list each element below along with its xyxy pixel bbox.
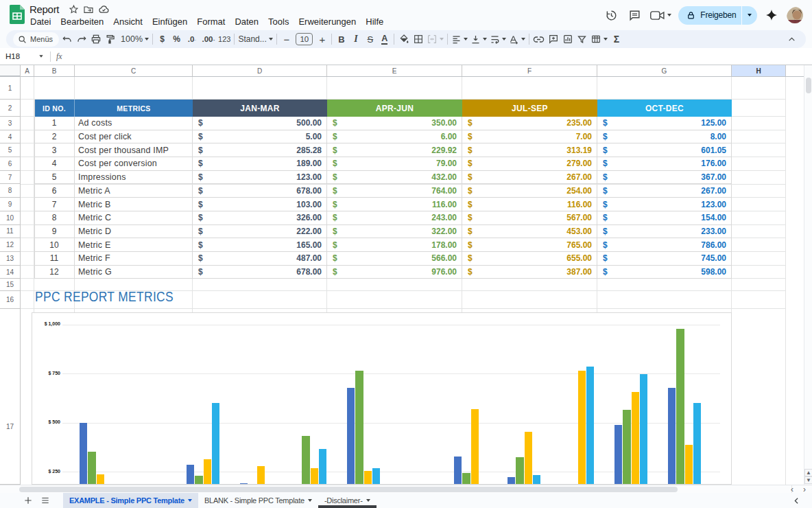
cell-value[interactable]: $79.00 bbox=[327, 157, 462, 171]
cell-value[interactable]: $5.00 bbox=[193, 130, 327, 144]
cell-value[interactable]: $267.00 bbox=[462, 171, 597, 185]
cell-value[interactable]: $567.00 bbox=[462, 211, 597, 225]
row-header-10[interactable]: 10 bbox=[0, 211, 20, 225]
table-header-oct-dec[interactable]: OCT-DEC bbox=[597, 100, 732, 117]
cell-value[interactable]: $154.00 bbox=[597, 211, 732, 225]
cell-value[interactable]: $976.00 bbox=[327, 266, 462, 279]
decrease-font-size-button[interactable]: − bbox=[280, 31, 293, 47]
format-currency-button[interactable]: $ bbox=[156, 31, 169, 47]
scroll-up-button[interactable]: ▲ bbox=[804, 469, 812, 476]
cell-value[interactable]: $453.00 bbox=[462, 225, 597, 239]
collapse-panel-icon[interactable] bbox=[790, 494, 802, 507]
merge-cells-button[interactable] bbox=[426, 31, 444, 47]
insert-chart-button[interactable] bbox=[561, 31, 574, 47]
row-header-7[interactable]: 7 bbox=[0, 171, 20, 185]
sheet-tab-example-simple-ppc-template[interactable]: EXAMPLE - Simple PPC Template bbox=[63, 493, 198, 508]
cell-value[interactable]: $764.00 bbox=[327, 185, 462, 198]
cell-value[interactable]: $233.00 bbox=[597, 225, 732, 239]
row-header-2[interactable]: 2 bbox=[0, 100, 20, 117]
column-header-H[interactable]: H bbox=[732, 65, 786, 76]
table-header-id-no-[interactable]: ID NO. bbox=[34, 100, 75, 117]
hide-toolbar-button[interactable] bbox=[785, 31, 798, 47]
gemini-sparkle-icon[interactable] bbox=[761, 4, 782, 26]
zoom-select[interactable]: 100% bbox=[120, 31, 150, 47]
cell-value[interactable]: $103.00 bbox=[193, 198, 327, 211]
row-header-5[interactable]: 5 bbox=[0, 143, 20, 157]
text-wrap-button[interactable] bbox=[489, 31, 507, 47]
cell-value[interactable]: $786.00 bbox=[597, 238, 732, 252]
paint-format-button[interactable] bbox=[104, 31, 117, 47]
cell-metric[interactable]: Cost per conversion bbox=[75, 157, 193, 171]
cell-value[interactable]: $123.00 bbox=[193, 171, 327, 185]
cell-value[interactable]: $116.00 bbox=[462, 198, 597, 211]
version-history-icon[interactable] bbox=[600, 4, 622, 26]
cell-id[interactable]: 10 bbox=[34, 238, 75, 252]
italic-button[interactable]: I bbox=[349, 31, 362, 47]
undo-button[interactable] bbox=[60, 31, 73, 47]
row-header-6[interactable]: 6 bbox=[0, 157, 20, 171]
cell-value[interactable]: $566.00 bbox=[327, 252, 462, 266]
cell-value[interactable]: $189.00 bbox=[193, 157, 327, 171]
cell-value[interactable]: $601.05 bbox=[597, 143, 732, 157]
menus-search[interactable]: Menüs bbox=[13, 32, 59, 47]
share-button[interactable]: Freigeben bbox=[678, 6, 757, 25]
row-header-16[interactable]: 16 bbox=[0, 291, 20, 309]
cell-value[interactable]: $6.00 bbox=[327, 130, 462, 144]
menu-erweiterungen[interactable]: Erweiterungen bbox=[294, 16, 361, 27]
decrease-decimals-button[interactable]: .0← bbox=[184, 31, 198, 47]
cell-value[interactable]: $313.19 bbox=[462, 143, 597, 157]
text-rotation-button[interactable] bbox=[508, 31, 526, 47]
menu-datei[interactable]: Datei bbox=[25, 16, 56, 27]
cell-id[interactable]: 12 bbox=[34, 266, 75, 279]
insert-link-button[interactable] bbox=[532, 31, 545, 47]
cell-value[interactable]: $678.00 bbox=[193, 185, 327, 198]
increase-font-size-button[interactable]: + bbox=[315, 31, 329, 47]
row-header-1[interactable]: 1 bbox=[0, 77, 20, 100]
row-header-12[interactable]: 12 bbox=[0, 238, 20, 252]
cell-value[interactable]: $487.00 bbox=[193, 252, 327, 266]
column-header-B[interactable]: B bbox=[34, 65, 75, 76]
table-header-apr-jun[interactable]: APR-JUN bbox=[327, 100, 462, 117]
cell-id[interactable]: 1 bbox=[34, 117, 75, 130]
menu-format[interactable]: Format bbox=[192, 16, 230, 27]
create-filter-button[interactable] bbox=[575, 31, 588, 47]
name-box[interactable]: H18 bbox=[0, 52, 45, 60]
cell-value[interactable]: $116.00 bbox=[327, 198, 462, 211]
scroll-left-button[interactable]: ‹ bbox=[787, 485, 797, 493]
cell-value[interactable]: $222.00 bbox=[193, 225, 327, 239]
table-header-metrics[interactable]: METRICS bbox=[75, 100, 193, 117]
cell-value[interactable]: $125.00 bbox=[597, 117, 732, 130]
cell-value[interactable]: $229.92 bbox=[327, 143, 462, 157]
format-percent-button[interactable]: % bbox=[170, 31, 183, 47]
row-header-3[interactable]: 3 bbox=[0, 117, 20, 130]
all-sheets-button[interactable] bbox=[38, 493, 53, 508]
cell-value[interactable]: $243.00 bbox=[327, 211, 462, 225]
cell-value[interactable]: $176.00 bbox=[597, 157, 732, 171]
cell-value[interactable]: $765.00 bbox=[462, 238, 597, 252]
row-header-13[interactable]: 13 bbox=[0, 252, 20, 266]
row-header-4[interactable]: 4 bbox=[0, 130, 20, 144]
cell-metric[interactable]: Metric E bbox=[75, 238, 193, 252]
cell-value[interactable]: $326.00 bbox=[193, 211, 327, 225]
column-header-D[interactable]: D bbox=[193, 65, 327, 76]
cell-id[interactable]: 3 bbox=[34, 143, 75, 157]
avatar[interactable] bbox=[787, 7, 803, 23]
vertical-scrollbar[interactable]: ▲ ▼ bbox=[804, 65, 812, 485]
table-views-button[interactable] bbox=[590, 31, 608, 47]
horizontal-scrollbar-thumb[interactable] bbox=[19, 487, 678, 492]
cell-id[interactable]: 5 bbox=[34, 171, 75, 185]
cell-value[interactable]: $178.00 bbox=[327, 238, 462, 252]
vertical-align-button[interactable] bbox=[470, 31, 488, 47]
star-icon[interactable] bbox=[66, 2, 81, 17]
cell-value[interactable]: $285.28 bbox=[193, 143, 327, 157]
redo-button[interactable] bbox=[75, 31, 88, 47]
cell-metric[interactable]: Metric G bbox=[75, 266, 193, 279]
menu-tools[interactable]: Tools bbox=[263, 16, 294, 27]
cell-metric[interactable]: Cost per click bbox=[75, 130, 193, 144]
font-select[interactable]: Stand... bbox=[237, 31, 274, 47]
cell-value[interactable]: $279.00 bbox=[462, 157, 597, 171]
sheets-logo[interactable] bbox=[10, 5, 25, 24]
cell-id[interactable]: 8 bbox=[34, 211, 75, 225]
cloud-status-icon[interactable] bbox=[96, 2, 111, 17]
menu-bearbeiten[interactable]: Bearbeiten bbox=[56, 16, 108, 27]
